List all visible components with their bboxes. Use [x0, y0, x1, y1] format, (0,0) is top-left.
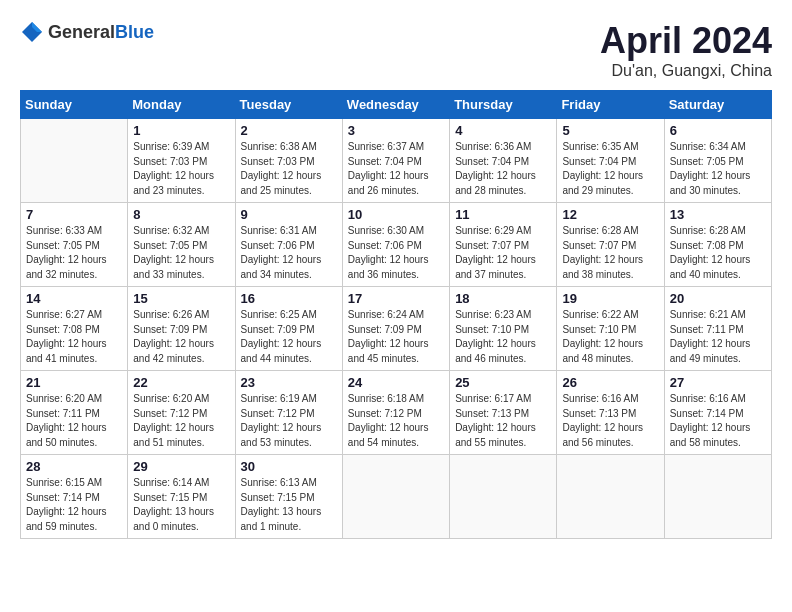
logo: GeneralBlue — [20, 20, 154, 44]
calendar-week-2: 14 Sunrise: 6:27 AMSunset: 7:08 PMDaylig… — [21, 287, 772, 371]
calendar-cell: 11 Sunrise: 6:29 AMSunset: 7:07 PMDaylig… — [450, 203, 557, 287]
calendar-cell: 22 Sunrise: 6:20 AMSunset: 7:12 PMDaylig… — [128, 371, 235, 455]
day-number: 1 — [133, 123, 229, 138]
calendar-cell: 27 Sunrise: 6:16 AMSunset: 7:14 PMDaylig… — [664, 371, 771, 455]
calendar-cell: 4 Sunrise: 6:36 AMSunset: 7:04 PMDayligh… — [450, 119, 557, 203]
calendar-cell: 13 Sunrise: 6:28 AMSunset: 7:08 PMDaylig… — [664, 203, 771, 287]
calendar-cell: 18 Sunrise: 6:23 AMSunset: 7:10 PMDaylig… — [450, 287, 557, 371]
day-info: Sunrise: 6:25 AMSunset: 7:09 PMDaylight:… — [241, 309, 322, 364]
calendar-table: Sunday Monday Tuesday Wednesday Thursday… — [20, 90, 772, 539]
day-info: Sunrise: 6:26 AMSunset: 7:09 PMDaylight:… — [133, 309, 214, 364]
calendar-cell — [342, 455, 449, 539]
day-info: Sunrise: 6:17 AMSunset: 7:13 PMDaylight:… — [455, 393, 536, 448]
day-info: Sunrise: 6:16 AMSunset: 7:14 PMDaylight:… — [670, 393, 751, 448]
calendar-cell: 29 Sunrise: 6:14 AMSunset: 7:15 PMDaylig… — [128, 455, 235, 539]
day-info: Sunrise: 6:21 AMSunset: 7:11 PMDaylight:… — [670, 309, 751, 364]
calendar-cell: 10 Sunrise: 6:30 AMSunset: 7:06 PMDaylig… — [342, 203, 449, 287]
day-number: 8 — [133, 207, 229, 222]
calendar-cell — [21, 119, 128, 203]
page-header: GeneralBlue April 2024 Du'an, Guangxi, C… — [20, 20, 772, 80]
day-info: Sunrise: 6:13 AMSunset: 7:15 PMDaylight:… — [241, 477, 322, 532]
day-info: Sunrise: 6:33 AMSunset: 7:05 PMDaylight:… — [26, 225, 107, 280]
day-info: Sunrise: 6:34 AMSunset: 7:05 PMDaylight:… — [670, 141, 751, 196]
calendar-cell: 9 Sunrise: 6:31 AMSunset: 7:06 PMDayligh… — [235, 203, 342, 287]
calendar-cell — [450, 455, 557, 539]
calendar-cell: 30 Sunrise: 6:13 AMSunset: 7:15 PMDaylig… — [235, 455, 342, 539]
day-number: 13 — [670, 207, 766, 222]
day-number: 18 — [455, 291, 551, 306]
day-info: Sunrise: 6:37 AMSunset: 7:04 PMDaylight:… — [348, 141, 429, 196]
day-number: 25 — [455, 375, 551, 390]
calendar-cell: 20 Sunrise: 6:21 AMSunset: 7:11 PMDaylig… — [664, 287, 771, 371]
calendar-cell — [664, 455, 771, 539]
calendar-week-4: 28 Sunrise: 6:15 AMSunset: 7:14 PMDaylig… — [21, 455, 772, 539]
calendar-cell: 15 Sunrise: 6:26 AMSunset: 7:09 PMDaylig… — [128, 287, 235, 371]
day-number: 5 — [562, 123, 658, 138]
day-number: 12 — [562, 207, 658, 222]
logo-blue: Blue — [115, 22, 154, 42]
day-info: Sunrise: 6:18 AMSunset: 7:12 PMDaylight:… — [348, 393, 429, 448]
calendar-cell: 7 Sunrise: 6:33 AMSunset: 7:05 PMDayligh… — [21, 203, 128, 287]
header-wednesday: Wednesday — [342, 91, 449, 119]
calendar-cell: 24 Sunrise: 6:18 AMSunset: 7:12 PMDaylig… — [342, 371, 449, 455]
day-info: Sunrise: 6:32 AMSunset: 7:05 PMDaylight:… — [133, 225, 214, 280]
day-number: 15 — [133, 291, 229, 306]
day-number: 27 — [670, 375, 766, 390]
day-number: 30 — [241, 459, 337, 474]
day-number: 7 — [26, 207, 122, 222]
calendar-cell: 28 Sunrise: 6:15 AMSunset: 7:14 PMDaylig… — [21, 455, 128, 539]
calendar-week-3: 21 Sunrise: 6:20 AMSunset: 7:11 PMDaylig… — [21, 371, 772, 455]
header-friday: Friday — [557, 91, 664, 119]
day-number: 20 — [670, 291, 766, 306]
calendar-cell: 14 Sunrise: 6:27 AMSunset: 7:08 PMDaylig… — [21, 287, 128, 371]
day-info: Sunrise: 6:23 AMSunset: 7:10 PMDaylight:… — [455, 309, 536, 364]
day-number: 23 — [241, 375, 337, 390]
calendar-cell: 25 Sunrise: 6:17 AMSunset: 7:13 PMDaylig… — [450, 371, 557, 455]
day-info: Sunrise: 6:35 AMSunset: 7:04 PMDaylight:… — [562, 141, 643, 196]
day-info: Sunrise: 6:20 AMSunset: 7:11 PMDaylight:… — [26, 393, 107, 448]
day-number: 21 — [26, 375, 122, 390]
calendar-cell: 19 Sunrise: 6:22 AMSunset: 7:10 PMDaylig… — [557, 287, 664, 371]
header-thursday: Thursday — [450, 91, 557, 119]
calendar-cell: 23 Sunrise: 6:19 AMSunset: 7:12 PMDaylig… — [235, 371, 342, 455]
day-number: 19 — [562, 291, 658, 306]
day-number: 11 — [455, 207, 551, 222]
day-number: 3 — [348, 123, 444, 138]
calendar-week-1: 7 Sunrise: 6:33 AMSunset: 7:05 PMDayligh… — [21, 203, 772, 287]
calendar-cell: 5 Sunrise: 6:35 AMSunset: 7:04 PMDayligh… — [557, 119, 664, 203]
day-info: Sunrise: 6:28 AMSunset: 7:08 PMDaylight:… — [670, 225, 751, 280]
location-title: Du'an, Guangxi, China — [600, 62, 772, 80]
day-info: Sunrise: 6:29 AMSunset: 7:07 PMDaylight:… — [455, 225, 536, 280]
calendar-cell: 8 Sunrise: 6:32 AMSunset: 7:05 PMDayligh… — [128, 203, 235, 287]
day-info: Sunrise: 6:14 AMSunset: 7:15 PMDaylight:… — [133, 477, 214, 532]
logo-text: GeneralBlue — [48, 22, 154, 43]
day-info: Sunrise: 6:27 AMSunset: 7:08 PMDaylight:… — [26, 309, 107, 364]
calendar-header: Sunday Monday Tuesday Wednesday Thursday… — [21, 91, 772, 119]
day-number: 28 — [26, 459, 122, 474]
logo-icon — [20, 20, 44, 44]
month-title: April 2024 — [600, 20, 772, 62]
day-info: Sunrise: 6:31 AMSunset: 7:06 PMDaylight:… — [241, 225, 322, 280]
day-number: 17 — [348, 291, 444, 306]
calendar-cell: 17 Sunrise: 6:24 AMSunset: 7:09 PMDaylig… — [342, 287, 449, 371]
calendar-cell: 16 Sunrise: 6:25 AMSunset: 7:09 PMDaylig… — [235, 287, 342, 371]
day-number: 22 — [133, 375, 229, 390]
day-info: Sunrise: 6:19 AMSunset: 7:12 PMDaylight:… — [241, 393, 322, 448]
calendar-cell: 1 Sunrise: 6:39 AMSunset: 7:03 PMDayligh… — [128, 119, 235, 203]
day-number: 2 — [241, 123, 337, 138]
day-info: Sunrise: 6:15 AMSunset: 7:14 PMDaylight:… — [26, 477, 107, 532]
calendar-cell: 26 Sunrise: 6:16 AMSunset: 7:13 PMDaylig… — [557, 371, 664, 455]
day-number: 9 — [241, 207, 337, 222]
day-number: 16 — [241, 291, 337, 306]
calendar-cell: 3 Sunrise: 6:37 AMSunset: 7:04 PMDayligh… — [342, 119, 449, 203]
header-sunday: Sunday — [21, 91, 128, 119]
calendar-week-0: 1 Sunrise: 6:39 AMSunset: 7:03 PMDayligh… — [21, 119, 772, 203]
calendar-cell: 21 Sunrise: 6:20 AMSunset: 7:11 PMDaylig… — [21, 371, 128, 455]
day-info: Sunrise: 6:36 AMSunset: 7:04 PMDaylight:… — [455, 141, 536, 196]
day-info: Sunrise: 6:39 AMSunset: 7:03 PMDaylight:… — [133, 141, 214, 196]
day-number: 6 — [670, 123, 766, 138]
header-row: Sunday Monday Tuesday Wednesday Thursday… — [21, 91, 772, 119]
calendar-cell: 12 Sunrise: 6:28 AMSunset: 7:07 PMDaylig… — [557, 203, 664, 287]
header-saturday: Saturday — [664, 91, 771, 119]
calendar-cell — [557, 455, 664, 539]
